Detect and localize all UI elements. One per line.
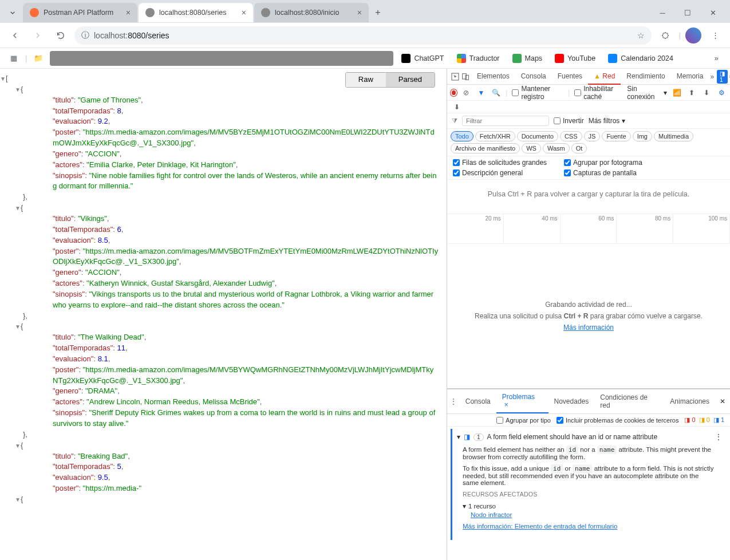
screenshots-checkbox[interactable]: Capturas de pantalla [564, 169, 642, 177]
youtube-icon [555, 54, 564, 63]
resource-toggle[interactable]: ▾ 1 recurso [463, 501, 716, 511]
device-toggle-icon[interactable] [461, 70, 470, 83]
bookmark-star-icon[interactable]: ☆ [637, 31, 645, 40]
tab-elements[interactable]: Elementos [471, 69, 515, 85]
parsed-button[interactable]: Parsed [386, 73, 435, 87]
type-filter-css[interactable]: CSS [560, 131, 582, 141]
folder-icon[interactable]: 📁 [30, 50, 46, 66]
include-cookies-checkbox[interactable]: Incluir problemas de cookies de terceros [557, 417, 678, 424]
tabs-dropdown[interactable] [5, 5, 21, 21]
more-tabs-icon[interactable]: » [710, 70, 714, 83]
bookmark-calendar[interactable]: Calendario 2024 [603, 52, 678, 65]
wifi-icon[interactable]: 📶 [672, 86, 682, 99]
drawer-close-icon[interactable]: ✕ [715, 397, 730, 405]
timeline-mark: 80 ms [617, 214, 673, 243]
maps-icon [512, 54, 522, 63]
bookmark-youtube[interactable]: YouTube [550, 52, 600, 65]
tab-series[interactable]: localhost:8080/series × [139, 3, 253, 22]
raw-button[interactable]: Raw [346, 73, 386, 87]
reload-button[interactable] [52, 26, 70, 45]
devtools-panel: Elementos Consola Fuentes ▲ Red Rendimie… [447, 69, 730, 560]
tab-network[interactable]: ▲ Red [588, 69, 621, 85]
close-icon[interactable]: × [126, 8, 131, 17]
preserve-log-checkbox[interactable]: Mantener registro [512, 85, 563, 101]
json-viewer[interactable]: Raw Parsed ▼[▼{"titulo": "Game of Throne… [0, 69, 447, 560]
download-icon[interactable]: ⬇ [701, 86, 712, 99]
upload-icon[interactable]: ⬆ [686, 86, 697, 99]
address-bar: ⓘ localhost:8080/series ☆ | ⋮ [0, 23, 730, 48]
filter-input[interactable] [462, 116, 549, 126]
globe-icon [261, 8, 270, 17]
more-info-link[interactable]: Más información [563, 324, 614, 332]
tab-console[interactable]: Consola [515, 69, 552, 85]
drawer-tab-netcond[interactable]: Condiciones de red [594, 390, 664, 413]
type-filter-archivo de manifiesto[interactable]: Archivo de manifiesto [451, 143, 520, 153]
drawer-tab-news[interactable]: Novedades [549, 394, 595, 409]
bookmarks-overflow[interactable]: » [708, 50, 724, 66]
url-host: localhost: [94, 31, 128, 40]
throttling-dropdown-icon[interactable]: ▾ [664, 89, 667, 97]
chevron-down-icon[interactable]: ▾ [457, 433, 460, 441]
chrome-menu-button[interactable]: ⋮ [706, 26, 724, 45]
drawer-menu-icon[interactable]: ⋮ [447, 395, 460, 408]
apps-icon[interactable]: ▦ [6, 50, 22, 66]
type-filter-wasm[interactable]: Wasm [543, 143, 570, 153]
forward-button[interactable] [29, 26, 47, 45]
type-filter-documento[interactable]: Documento [517, 131, 558, 141]
bookmark-search[interactable] [50, 51, 393, 66]
offending-node-link[interactable]: Nodo infractor [471, 511, 512, 518]
drawer-tab-anim[interactable]: Animaciones [664, 394, 715, 409]
filter-funnel-icon[interactable]: ⧩ [452, 117, 457, 125]
type-filter-todo[interactable]: Todo [451, 131, 473, 141]
issue-badge[interactable]: ◨ 1 [717, 70, 728, 84]
tab-inicio[interactable]: localhost:8080/inicio × [254, 3, 369, 22]
extensions-button[interactable] [656, 26, 674, 45]
type-filter-ws[interactable]: WS [522, 143, 541, 153]
disable-cache-checkbox[interactable]: Inhabilitar caché [574, 85, 622, 101]
more-info-form-link[interactable]: Más información: Elemento de entrada del… [463, 523, 617, 530]
group-frame-checkbox[interactable]: Agrupar por fotograma [564, 159, 642, 167]
large-rows-checkbox[interactable]: Filas de solicitudes grandes [453, 159, 547, 167]
user-avatar[interactable] [685, 27, 701, 44]
group-by-kind-checkbox[interactable]: Agrupar por tipo [496, 417, 551, 424]
network-settings-icon[interactable]: ⚙ [716, 86, 727, 99]
search-icon[interactable]: 🔍 [491, 86, 501, 99]
filter-icon[interactable]: ▼ [476, 86, 486, 99]
type-filter-ot[interactable]: Ot [571, 143, 587, 153]
drawer-tab-console[interactable]: Consola [460, 394, 496, 409]
record-button[interactable] [451, 89, 457, 96]
bookmark-translator[interactable]: Traductor [452, 52, 504, 65]
more-filters-button[interactable]: Más filtros ▾ [589, 117, 625, 125]
tab-memory[interactable]: Memoria [671, 69, 709, 85]
new-tab-button[interactable]: + [370, 5, 386, 21]
type-filter-fuente[interactable]: Fuente [602, 131, 630, 141]
bookmark-maps[interactable]: Maps [508, 52, 547, 65]
throttling-select[interactable]: Sin conexión [627, 85, 659, 101]
close-window-button[interactable]: ✕ [700, 3, 725, 22]
overview-checkbox[interactable]: Descripción general [453, 169, 547, 177]
type-filter-multimedia[interactable]: Multimedia [654, 131, 693, 141]
issue-menu-icon[interactable]: ⋮ [715, 433, 722, 441]
site-info-icon[interactable]: ⓘ [81, 30, 89, 41]
close-icon[interactable]: × [357, 8, 362, 17]
tab-sources[interactable]: Fuentes [552, 69, 588, 85]
type-filter-img[interactable]: Img [633, 131, 652, 141]
download-har-icon[interactable]: ⬇ [451, 101, 463, 113]
tab-postman[interactable]: Postman API Platform × [23, 3, 137, 22]
timeline-mark: 40 ms [504, 214, 561, 243]
maximize-button[interactable]: ☐ [675, 3, 700, 22]
bookmark-chatgpt[interactable]: ChatGPT [397, 52, 448, 65]
minimize-button[interactable]: ─ [650, 3, 675, 22]
close-icon[interactable]: × [242, 8, 246, 17]
drawer-tab-issues[interactable]: Problemas × [496, 389, 549, 413]
issue-item[interactable]: ▾ ◨ 1 A form field element should have a… [451, 429, 727, 540]
back-button[interactable] [6, 26, 24, 45]
timeline-ruler[interactable]: 20 ms40 ms60 ms80 ms100 ms [447, 214, 730, 244]
inspect-icon[interactable] [451, 70, 460, 83]
type-filter-js[interactable]: JS [584, 131, 601, 141]
tab-performance[interactable]: Rendimiento [621, 69, 670, 85]
url-input[interactable]: ⓘ localhost:8080/series ☆ [74, 26, 652, 45]
type-filter-fetch/xhr[interactable]: Fetch/XHR [475, 131, 515, 141]
invert-checkbox[interactable]: Invertir [554, 117, 584, 125]
clear-button[interactable]: ⊘ [461, 86, 472, 99]
